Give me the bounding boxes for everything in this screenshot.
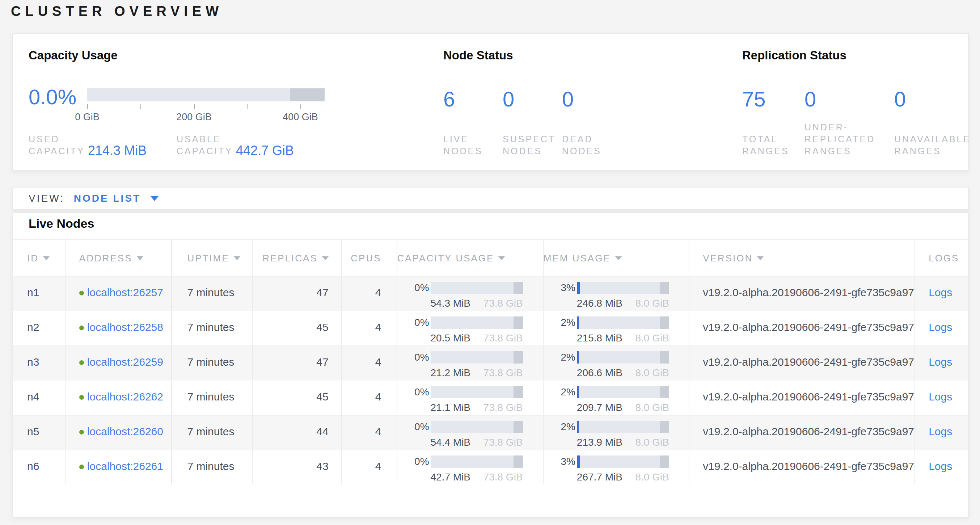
header-cell-mem-usage[interactable]: MEM USAGE <box>543 240 689 277</box>
usage-used-value: 54.3 MiB <box>431 298 471 309</box>
stat-value: 0 <box>894 88 970 110</box>
axis-tick-label: 200 GiB <box>161 112 226 123</box>
cell-address: localhost:26257 <box>65 277 172 311</box>
usage-bar-used-segment <box>577 455 580 468</box>
cluster-overview-card: Capacity Usage Node Status Replication S… <box>12 33 969 171</box>
axis-tick-icon <box>87 104 88 109</box>
usage-values: 21.1 MiB73.8 GiB <box>431 402 523 413</box>
header-cell-address[interactable]: ADDRESS <box>65 240 172 277</box>
usage-bar <box>431 282 523 294</box>
mem-usage-cell: 2%206.6 MiB8.0 GiB <box>543 346 689 380</box>
live-nodes-card: Live Nodes IDADDRESSUPTIMEREPLICASCPUSCA… <box>12 212 969 518</box>
usage-total-value: 8.0 GiB <box>635 472 669 483</box>
table-row: n6localhost:262617 minutes4340%42.7 MiB7… <box>13 450 968 484</box>
cell-version: v19.2.0-alpha.20190606-2491-gfe735c9a97 <box>689 381 914 415</box>
usage-bar-used-segment <box>577 351 579 364</box>
usage-percent: 2% <box>551 316 577 345</box>
live-nodes-title: Live Nodes <box>29 217 94 231</box>
usage-bar-wrap: 21.1 MiB73.8 GiB <box>431 386 523 415</box>
usage-total-value: 73.8 GiB <box>484 367 523 378</box>
stat-label-line: NODES <box>443 145 503 157</box>
stat-label-line: CAPACITY <box>29 145 88 157</box>
logs-link[interactable]: Logs <box>929 460 952 472</box>
sort-desc-icon <box>498 256 505 260</box>
logs-link[interactable]: Logs <box>929 391 952 403</box>
sort-desc-icon <box>322 256 329 260</box>
cell-version: v19.2.0-alpha.20190606-2491-gfe735c9a97 <box>689 277 914 311</box>
usage-bar <box>577 316 669 329</box>
address-link[interactable]: localhost:26262 <box>87 391 163 403</box>
stat-value: 0 <box>503 88 562 110</box>
table-row: n5localhost:262607 minutes4440%54.4 MiB7… <box>13 415 968 450</box>
header-cell-uptime[interactable]: UPTIME <box>171 240 252 277</box>
mem-usage-cell: 3%267.7 MiB8.0 GiB <box>543 450 689 484</box>
address-link[interactable]: localhost:26257 <box>87 286 163 298</box>
table-row: n3localhost:262597 minutes4740%21.2 MiB7… <box>13 345 968 380</box>
sort-desc-icon <box>757 256 764 260</box>
mem-usage-cell: 2%215.8 MiB8.0 GiB <box>543 311 689 345</box>
stat-value: 6 <box>443 88 503 110</box>
cell-cpus: 4 <box>341 311 397 345</box>
stat-label-line: TOTAL <box>742 133 805 145</box>
usage-bar-used-segment <box>577 316 579 329</box>
usage-bar-used-segment <box>577 421 579 433</box>
node-status-title: Node Status <box>443 48 513 62</box>
cell-address: localhost:26261 <box>65 450 172 484</box>
usage-percent: 3% <box>551 282 577 311</box>
address-link[interactable]: localhost:26259 <box>87 356 163 368</box>
usage-bar <box>431 421 523 433</box>
capacity-stat: USEDCAPACITY214.3 MiB <box>29 133 177 157</box>
usage-bar <box>577 282 669 294</box>
address-link[interactable]: localhost:26260 <box>87 425 163 437</box>
usage-values: 246.8 MiB8.0 GiB <box>577 298 669 309</box>
usage-bar-wrap: 209.7 MiB8.0 GiB <box>577 386 669 415</box>
axis-tick-icon <box>247 104 248 109</box>
usage-bar <box>577 455 669 468</box>
cell-version: v19.2.0-alpha.20190606-2491-gfe735c9a97 <box>689 346 914 380</box>
header-cell-version[interactable]: VERSION <box>689 240 914 277</box>
stat-label: TOTALRANGES <box>742 133 805 157</box>
stat-label-line: NODES <box>503 145 562 157</box>
address-link[interactable]: localhost:26261 <box>87 460 163 472</box>
logs-link[interactable]: Logs <box>929 286 952 298</box>
logs-link[interactable]: Logs <box>929 356 952 368</box>
capacity-usage-cell: 0%42.7 MiB73.8 GiB <box>397 450 543 484</box>
stat-label-line: USED <box>29 133 88 145</box>
header-label: CAPACITY USAGE <box>397 253 494 264</box>
view-selector[interactable]: NODE LIST <box>74 193 141 204</box>
chevron-down-icon[interactable] <box>150 196 159 201</box>
header-label: MEM USAGE <box>544 253 611 264</box>
header-label: LOGS <box>929 253 959 264</box>
stat-label-line: UNAVAILABLE <box>894 133 970 145</box>
stat-label-line: RANGES <box>894 145 970 157</box>
usage-total-value: 8.0 GiB <box>635 367 669 378</box>
usage-used-value: 213.9 MiB <box>577 437 622 448</box>
usage-percent: 2% <box>551 421 577 450</box>
axis-tick-icon <box>194 104 195 109</box>
usage-used-value: 267.7 MiB <box>577 472 622 483</box>
usage-total-value: 8.0 GiB <box>635 437 669 448</box>
view-label: VIEW: <box>29 193 64 204</box>
header-cell-replicas[interactable]: REPLICAS <box>252 240 341 277</box>
usage-total-value: 73.8 GiB <box>484 437 523 448</box>
header-cell-id[interactable]: ID <box>13 240 65 277</box>
axis-tick-label: 400 GiB <box>268 112 333 123</box>
usage-percent: 3% <box>551 455 577 484</box>
node-health-dot-icon <box>79 360 84 365</box>
stat-label-line: LIVE <box>443 133 503 145</box>
header-label: ID <box>27 253 39 264</box>
usage-values: 209.7 MiB8.0 GiB <box>577 402 669 413</box>
capacity-usage-cell: 0%54.4 MiB73.8 GiB <box>397 416 543 450</box>
usage-bar-reserved-segment <box>660 282 669 294</box>
header-cell-capacity-usage[interactable]: CAPACITY USAGE <box>397 240 543 277</box>
logs-link[interactable]: Logs <box>929 321 952 333</box>
cell-cpus: 4 <box>341 346 397 380</box>
cell-uptime: 7 minutes <box>171 450 252 484</box>
address-link[interactable]: localhost:26258 <box>87 321 163 333</box>
cell-cpus: 4 <box>341 381 397 415</box>
usage-percent: 0% <box>405 386 431 415</box>
node-health-dot-icon <box>79 430 84 434</box>
stat: 0DEADNODES <box>562 88 621 157</box>
logs-link[interactable]: Logs <box>929 425 952 437</box>
usage-bar-reserved-segment <box>514 421 523 433</box>
